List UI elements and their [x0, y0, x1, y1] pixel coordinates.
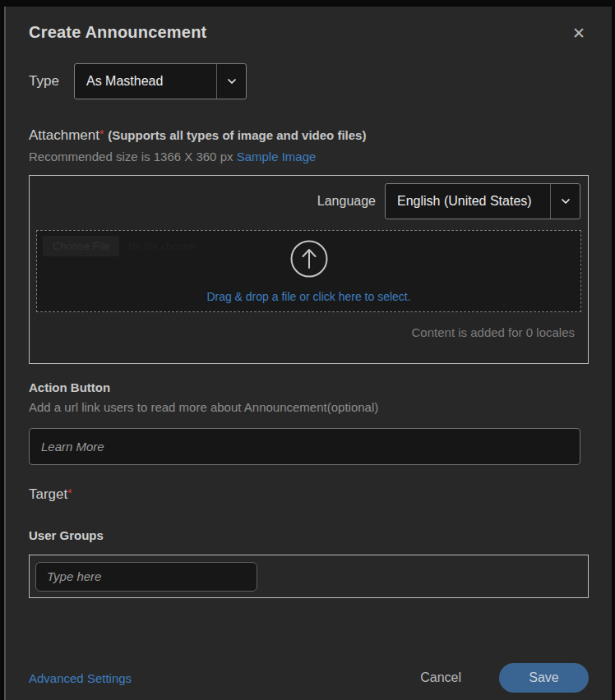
type-row: Type As Masthead	[29, 63, 589, 99]
page-title: Create Announcement	[29, 23, 206, 42]
chevron-down-icon	[216, 64, 246, 99]
attachment-panel: Language English (United States) Choose …	[29, 175, 589, 364]
recommended-size-text: Recommended size is 1366 X 360 px	[29, 150, 237, 163]
dropzone-text: Drag & drop a file or click here to sele…	[206, 290, 410, 303]
file-dropzone[interactable]: Choose File No file chosen Drag & drop a…	[36, 230, 581, 312]
action-button-description: Add a url link users to read more about …	[29, 400, 589, 414]
target-heading: Target*	[29, 486, 589, 503]
attachment-label: Attachment	[29, 127, 99, 143]
action-url-input[interactable]	[29, 428, 580, 465]
required-asterisk: *	[67, 486, 72, 500]
modal-footer: Advanced Settings Cancel Save	[29, 663, 589, 693]
language-select[interactable]: English (United States)	[385, 183, 580, 219]
type-label: Type	[29, 73, 74, 90]
sample-image-link[interactable]: Sample Image	[237, 150, 317, 163]
user-groups-container	[29, 555, 589, 598]
language-row: Language English (United States)	[30, 176, 588, 219]
no-file-chosen-text: No file chosen	[127, 240, 195, 252]
attachment-heading: Attachment* (Supports all types of image…	[29, 127, 589, 144]
choose-file-button[interactable]: Choose File	[43, 236, 119, 256]
locales-status: Content is added for 0 locales	[30, 312, 588, 339]
cancel-button[interactable]: Cancel	[420, 670, 461, 685]
user-groups-input[interactable]	[35, 562, 257, 592]
type-select[interactable]: As Masthead	[74, 63, 247, 99]
attachment-hint: (Supports all types of image and video f…	[108, 128, 366, 142]
modal-header: Create Announcement ✕	[29, 23, 589, 44]
save-button[interactable]: Save	[499, 663, 589, 693]
attachment-subtext: Recommended size is 1366 X 360 px Sample…	[29, 150, 589, 163]
required-asterisk: *	[99, 127, 104, 140]
upload-icon	[289, 239, 329, 282]
user-groups-label: User Groups	[29, 528, 589, 542]
native-file-input[interactable]: Choose File No file chosen	[43, 236, 196, 256]
chevron-down-icon	[550, 184, 580, 219]
advanced-settings-link[interactable]: Advanced Settings	[29, 671, 132, 685]
close-icon[interactable]: ✕	[569, 23, 589, 44]
target-label: Target	[29, 486, 67, 502]
language-label: Language	[317, 194, 376, 209]
type-select-value: As Masthead	[75, 64, 216, 99]
language-select-value: English (United States)	[386, 184, 550, 219]
action-button-label: Action Button	[29, 380, 589, 394]
create-announcement-modal: Create Announcement ✕ Type As Masthead A…	[4, 7, 612, 700]
